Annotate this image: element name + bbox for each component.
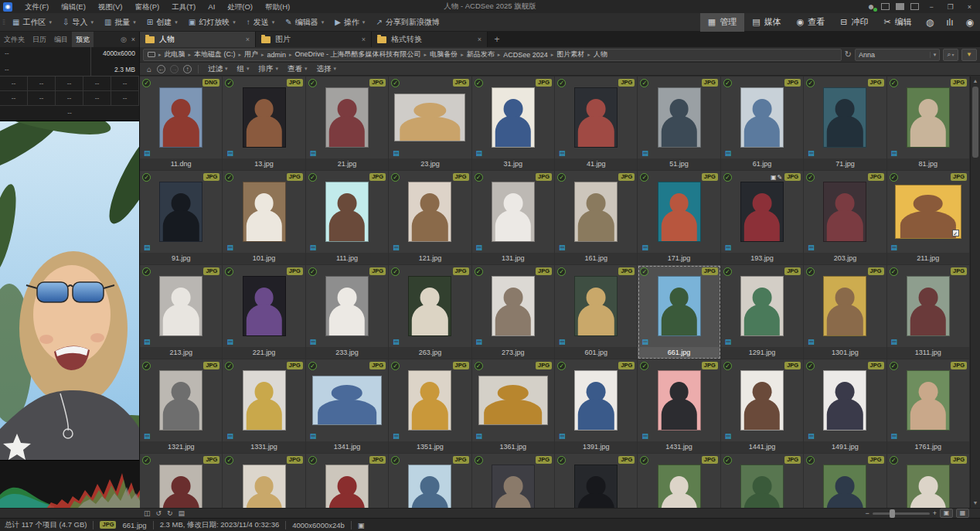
check-icon[interactable]: ✓	[640, 79, 648, 87]
thumbnail[interactable]	[408, 370, 451, 431]
develop-status-icon[interactable]: ▤	[144, 338, 151, 345]
breadcrumb-item[interactable]: ACDSee 2024	[503, 51, 548, 59]
thumbnail[interactable]	[478, 376, 548, 425]
grid-item[interactable]: ✓JPG▤51.jpg	[638, 77, 720, 171]
check-icon[interactable]: ✓	[890, 456, 898, 465]
develop-status-icon[interactable]: ▤	[891, 338, 898, 345]
check-icon[interactable]: ✓	[142, 173, 151, 182]
check-icon[interactable]: ✓	[890, 79, 898, 87]
people-icon[interactable]: ◉	[960, 17, 980, 28]
check-icon[interactable]: ✓	[806, 362, 815, 370]
thumbnail[interactable]	[243, 87, 286, 148]
thumbnail[interactable]	[492, 87, 535, 148]
sync-icon[interactable]: ↻	[845, 49, 852, 60]
thumbnail[interactable]	[823, 370, 866, 431]
develop-status-icon[interactable]: ▤	[226, 432, 233, 440]
thumbnail[interactable]	[658, 276, 701, 336]
thumbnail[interactable]	[243, 465, 286, 508]
develop-status-icon[interactable]: ▤	[226, 243, 233, 251]
grid-item[interactable]: ✓JPG▤1361.jpg	[472, 359, 555, 454]
develop-status-icon[interactable]: ▤	[144, 149, 151, 157]
grid-item[interactable]: ✓JPG▤61.jpg	[721, 77, 804, 171]
grid-item[interactable]: ✓JPG▤273.jpg	[472, 265, 555, 359]
thumbnail[interactable]	[243, 182, 286, 242]
menu-文件(F)[interactable]: 文件(F)	[19, 0, 55, 13]
check-icon[interactable]: ✓	[890, 267, 898, 276]
check-icon[interactable]: ✓	[225, 173, 233, 182]
check-icon[interactable]: ✓	[225, 456, 233, 465]
develop-status-icon[interactable]: ▤	[725, 338, 732, 345]
grid-item[interactable]: ✓JPG▤81.jpg	[887, 77, 970, 171]
check-icon[interactable]: ✓	[391, 79, 400, 87]
scroll-down-icon[interactable]: ▼	[971, 499, 980, 508]
grid-item[interactable]: ✓JPG▤221.jpg	[223, 265, 305, 359]
check-icon[interactable]: ✓	[640, 456, 648, 465]
grid-item[interactable]: ✓JPG▤71.jpg	[804, 77, 886, 171]
toolbar-button-分享到新浪微博[interactable]: ↗分享到新浪微博	[370, 14, 444, 31]
check-icon[interactable]: ✓	[890, 362, 898, 370]
thumbnail[interactable]	[408, 465, 451, 508]
develop-status-icon[interactable]: ▤	[559, 243, 566, 251]
grid-item[interactable]: ✓JPG▤13.jpg	[223, 77, 305, 171]
grid-item[interactable]: ✓JPG▤601.jpg	[555, 265, 638, 359]
bar-chart-icon[interactable]: ılı	[940, 17, 959, 28]
develop-status-icon[interactable]: ▤	[808, 243, 815, 251]
rotate-cw-icon[interactable]: ↻	[167, 509, 173, 517]
tag-checkbox[interactable]: ✓	[952, 230, 959, 237]
check-icon[interactable]: ✓	[475, 173, 483, 182]
pane-tab-预览[interactable]: 预览	[72, 32, 94, 47]
auto-advance-icon[interactable]: ▤	[179, 509, 185, 517]
grid-item[interactable]: ✓JPG▤1431.jpg	[638, 359, 720, 454]
menu-处理(O)[interactable]: 处理(O)	[221, 0, 259, 13]
grid-item[interactable]: ✓JPG▤233.jpg	[306, 265, 389, 359]
mode-查看[interactable]: ◉查看	[789, 13, 833, 32]
close-tab-icon[interactable]: ×	[246, 36, 250, 43]
develop-status-icon[interactable]: ▤	[476, 338, 483, 345]
layout-toggle-1-icon[interactable]	[881, 3, 890, 10]
grid-item[interactable]: ✓JPG▤	[223, 454, 305, 508]
check-icon[interactable]: ✓	[557, 456, 566, 465]
check-icon[interactable]: ✓	[806, 267, 815, 276]
menu-视图(V)[interactable]: 视图(V)	[92, 0, 129, 13]
check-icon[interactable]: ✓	[723, 267, 732, 276]
thumbnail[interactable]	[907, 276, 950, 336]
grid-item[interactable]: ✓JPG▤	[804, 454, 886, 508]
thumbnail[interactable]	[408, 182, 451, 242]
menu-帮助(H)[interactable]: 帮助(H)	[259, 0, 296, 13]
thumbnail[interactable]	[394, 94, 465, 141]
thumbnail[interactable]	[740, 465, 784, 508]
thumbnail[interactable]	[823, 182, 866, 242]
home-icon[interactable]: ⌂	[145, 65, 154, 73]
thumbnail-view-button[interactable]: ▣	[940, 509, 953, 518]
grid-item[interactable]: ✓JPG▤1321.jpg	[140, 359, 223, 454]
develop-status-icon[interactable]: ▤	[559, 149, 566, 157]
pin-icon[interactable]: ◎	[121, 36, 127, 43]
pane-tab-编目[interactable]: 编目	[50, 32, 72, 47]
up-icon[interactable]: ↑	[183, 65, 192, 73]
develop-status-icon[interactable]: ▤	[393, 149, 400, 157]
check-icon[interactable]: ✓	[640, 362, 648, 370]
check-icon[interactable]: ✓	[723, 456, 732, 465]
nav-menu-组[interactable]: 组▾	[233, 64, 254, 74]
develop-status-icon[interactable]: ▤	[891, 243, 898, 251]
check-icon[interactable]: ✓	[557, 79, 566, 87]
status-edit-icon[interactable]: ▣	[358, 521, 365, 529]
check-icon[interactable]: ✓	[475, 456, 483, 465]
doc-tab-格式转换[interactable]: 格式转换×	[372, 32, 488, 47]
minimize-button[interactable]: −	[925, 3, 937, 11]
thumbnail[interactable]	[574, 182, 618, 242]
grid-item[interactable]: ✓JPG▤1341.jpg	[306, 359, 389, 454]
toolbar-button-批量[interactable]: ▥批量▾	[99, 14, 141, 31]
grid-item[interactable]: ✓JPG▤213.jpg	[140, 265, 223, 359]
search-history-dropdown[interactable]: ▾	[930, 52, 939, 58]
filmstrip-toggle-icon[interactable]: ◫	[144, 509, 151, 517]
grid-item[interactable]: ✓JPG▤23.jpg	[389, 77, 471, 171]
pane-tab-文件夹[interactable]: 文件夹	[0, 32, 29, 47]
forward-icon[interactable]: →	[170, 65, 179, 73]
check-icon[interactable]: ✓	[142, 79, 151, 87]
check-icon[interactable]: ✓	[723, 79, 732, 87]
thumbnail[interactable]	[823, 276, 866, 336]
grid-item[interactable]: ✓JPG▤131.jpg	[472, 171, 555, 265]
develop-status-icon[interactable]: ▤	[476, 243, 483, 251]
check-icon[interactable]: ✓	[806, 173, 815, 182]
